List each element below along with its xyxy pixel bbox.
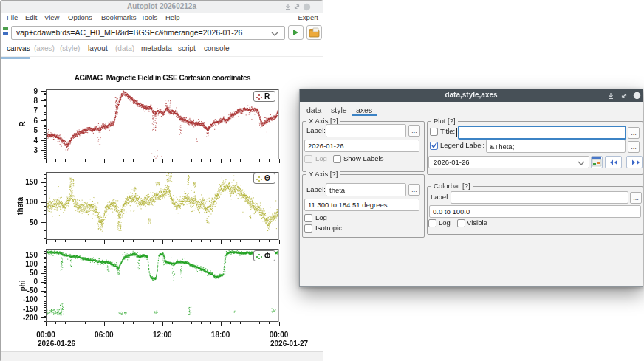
x-axis-show-labels-label: Show Labels xyxy=(343,154,383,162)
legend-r-label: R xyxy=(264,92,270,100)
tick-label: 150 xyxy=(8,251,38,259)
timerange-tool-button[interactable] xyxy=(591,156,603,168)
dialog-title: data,style,axes xyxy=(300,91,643,99)
text-caret xyxy=(456,128,457,137)
timerange-forward-button[interactable] xyxy=(626,156,643,168)
plot-title-more-button[interactable]: ... xyxy=(628,127,640,139)
properties-dialog: data,style,axes data style axes X Axis [… xyxy=(299,89,643,287)
y-axis-label-input[interactable] xyxy=(326,183,406,196)
legend-theta[interactable]: Θ xyxy=(253,173,275,184)
tick-label: 6 xyxy=(8,117,38,125)
colorbar-range-input[interactable] xyxy=(429,205,641,218)
y-axis-isotropic-checkbox[interactable] xyxy=(304,224,312,233)
timerange-back-button[interactable] xyxy=(605,156,622,168)
tick-label: -150 xyxy=(8,305,38,313)
tick-label: 12:00 xyxy=(148,331,177,339)
y-axis-log-checkbox[interactable] xyxy=(304,214,312,222)
legend-r[interactable]: R xyxy=(253,91,275,102)
dialog-close-icon[interactable] xyxy=(633,92,641,100)
back-icon xyxy=(607,157,623,168)
dialog-tab-data[interactable]: data xyxy=(306,106,321,114)
colorbar-label-more-button[interactable]: ... xyxy=(630,192,642,204)
tick-label: 50 xyxy=(8,219,38,227)
legend-r-swatch xyxy=(256,93,264,100)
colorbar-visible-checkbox[interactable] xyxy=(457,219,465,227)
plot-title-checkbox[interactable] xyxy=(430,128,438,136)
x-axis-log-checkbox[interactable] xyxy=(304,155,312,163)
tick-label: 3 xyxy=(8,146,38,154)
legend-theta-swatch xyxy=(256,175,264,182)
tick-label: 150 xyxy=(8,178,38,186)
tick-label: 06:00 xyxy=(89,331,119,339)
colorbar-visible-label: Visible xyxy=(467,219,487,227)
tick-label: 9 xyxy=(8,87,38,95)
tick-label: 0 xyxy=(8,278,38,286)
plot-legend-more-button[interactable]: ... xyxy=(628,141,640,153)
forward-icon xyxy=(628,157,644,168)
colorbar-label-caption: Label: xyxy=(431,193,450,201)
y-axis-group-label: Y Axis [?] xyxy=(306,170,340,178)
tick-label: 18:00 xyxy=(206,331,236,339)
plot-timerange-value: 2026-01-26 xyxy=(434,158,470,166)
tick-label: 2026-01-26 xyxy=(38,340,75,348)
tick-label: 00:00 xyxy=(31,331,61,339)
tick-label: 2026-01-27 xyxy=(270,340,308,348)
colorbar-label-input[interactable] xyxy=(451,191,628,204)
plot-timerange-combo[interactable]: 2026-01-26 xyxy=(428,156,589,168)
tick-label: 5 xyxy=(8,126,38,134)
plot-legend-caption: Legend Label: xyxy=(440,141,484,149)
plot-title-input[interactable] xyxy=(458,126,626,140)
combo-dropdown-icon[interactable] xyxy=(578,160,585,166)
legend-phi[interactable]: Φ xyxy=(253,250,275,261)
x-axis-log-label: Log xyxy=(315,154,327,162)
colorbar-log-label: Log xyxy=(439,219,451,227)
x-axis-label-caption: Label: xyxy=(306,126,326,134)
x-axis-label-input[interactable] xyxy=(326,124,406,137)
colorbar-group-label: Colorbar [?] xyxy=(431,182,473,190)
x-axis-show-labels-checkbox[interactable] xyxy=(333,155,341,163)
tick-label: 50 xyxy=(8,269,38,277)
tick-label: -100 xyxy=(8,295,38,303)
timerange-tool-icon xyxy=(592,157,602,168)
x-axis-range-input[interactable] xyxy=(304,140,419,152)
y-axis-range-input[interactable] xyxy=(304,199,419,211)
tick-label: -200 xyxy=(8,314,38,322)
tick-label: 100 xyxy=(8,198,38,206)
dialog-resize-icon[interactable] xyxy=(620,92,628,100)
tick-label: -50 xyxy=(8,286,38,295)
tick-label: 8 xyxy=(8,97,38,105)
dialog-selected-tab-indicator xyxy=(352,114,377,116)
y-axis-label-more-button[interactable]: ... xyxy=(408,184,420,196)
status-bar xyxy=(1,351,323,361)
plot-legend-input[interactable] xyxy=(486,140,626,153)
legend-phi-label: Φ xyxy=(264,252,270,260)
plot-group-label: Plot [?] xyxy=(431,117,458,125)
y-axis-label-caption: Label: xyxy=(306,185,326,193)
legend-phi-swatch xyxy=(256,252,264,260)
autoplot-window: Autoplot 20260212a File Edit View Option… xyxy=(0,0,323,361)
tick-label: 100 xyxy=(8,260,38,268)
y-axis-isotropic-label: Isotropic xyxy=(315,224,342,232)
dialog-tab-style[interactable]: style xyxy=(331,106,347,114)
plot-legend-checkbox[interactable] xyxy=(430,142,438,150)
dialog-titlebar[interactable]: data,style,axes xyxy=(300,89,643,102)
colorbar-log-checkbox[interactable] xyxy=(428,219,436,227)
tick-label: 4 xyxy=(8,137,38,145)
y-axis-log-label: Log xyxy=(315,213,327,221)
tick-label: 00:00 xyxy=(264,331,294,339)
tick-label: 7 xyxy=(8,106,38,114)
legend-theta-label: Θ xyxy=(264,174,270,182)
plot-title-caption: Title: xyxy=(440,127,455,135)
plot-canvas[interactable] xyxy=(1,1,324,361)
plot-title: AC/MAG Magnetic Field in GSE Cartesian c… xyxy=(46,74,279,82)
dialog-pin-icon[interactable] xyxy=(607,92,614,100)
x-axis-label-more-button[interactable]: ... xyxy=(408,125,420,137)
